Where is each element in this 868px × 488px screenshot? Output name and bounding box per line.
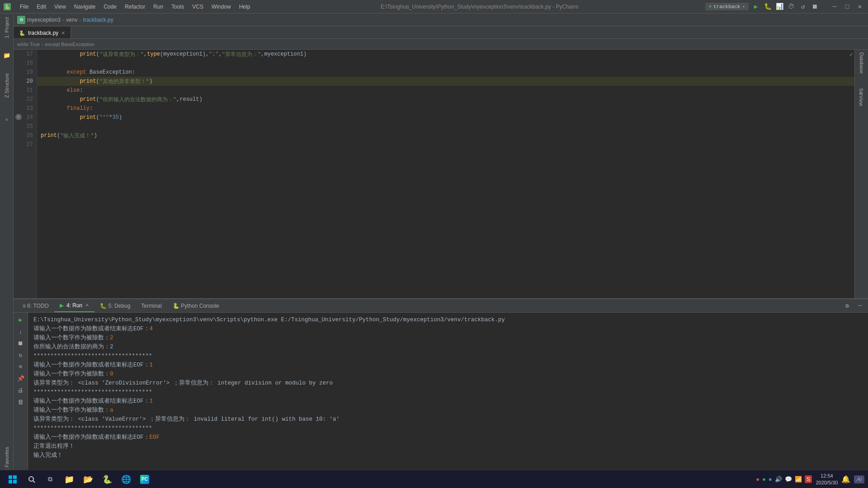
- run-val-2: 2: [110, 335, 113, 341]
- run-print-button[interactable]: 🖨: [15, 385, 26, 396]
- explorer-icon: 📁: [64, 474, 74, 484]
- profile-button[interactable]: ⏱: [787, 2, 796, 11]
- sidebar-item-project[interactable]: 1: Project: [4, 15, 9, 40]
- coverage-button[interactable]: 📊: [775, 2, 784, 11]
- menu-run[interactable]: Run: [150, 3, 167, 11]
- tab-trackback[interactable]: 🐍 trackback.py ✕: [14, 27, 71, 38]
- taskbar-notification[interactable]: 🔔: [841, 475, 850, 483]
- taskbar-files[interactable]: 📂: [80, 472, 97, 487]
- tab-debug[interactable]: 🐛 5: Debug: [94, 300, 136, 312]
- title-bar-title: E:\Tsinghua_University\Python_Study\myex…: [254, 4, 705, 10]
- tab-python-console-label: 🐍 Python Console: [173, 303, 219, 309]
- tab-python-console[interactable]: 🐍 Python Console: [167, 300, 225, 312]
- run-error-1: 该异常类型为： <class 'ZeroDivisionError'> ；异常信…: [33, 379, 863, 388]
- svg-rect-0: [9, 475, 12, 479]
- title-bar: 🐍 File Edit View Navigate Code Refactor …: [0, 0, 868, 14]
- svg-rect-3: [13, 480, 17, 483]
- systray-icon-6[interactable]: 📶: [795, 476, 802, 483]
- menu-code[interactable]: Code: [100, 3, 120, 11]
- code-line-26: print("输入完成！"): [37, 131, 854, 140]
- taskbar-clock[interactable]: 12:54 2020/5/30: [816, 473, 838, 486]
- code-content[interactable]: print("该异常类型为：",type(myexception1),";","…: [37, 50, 854, 298]
- menu-file[interactable]: File: [16, 3, 32, 11]
- tab-run-close[interactable]: ✕: [85, 302, 89, 308]
- systray-icon-3[interactable]: ●: [769, 476, 772, 483]
- windows-icon: [9, 475, 17, 483]
- run-settings-button[interactable]: ≡: [15, 361, 26, 372]
- maximize-button[interactable]: □: [843, 2, 852, 11]
- run-stop-button[interactable]: ⏹: [15, 338, 26, 349]
- left-sidebar: 1: Project 📁 Z Structure ≈ 2: Favorites …: [0, 14, 14, 488]
- bottom-tab-right: ⚙ ─: [843, 301, 864, 310]
- tab-run[interactable]: ▶ 4: Run ✕: [54, 300, 94, 312]
- code-line-27: [37, 140, 854, 149]
- run-config[interactable]: ● trackback ▾: [705, 3, 749, 10]
- editor-area[interactable]: 17 18 19 20 21 22 23 ○ 24 25 26 27: [14, 50, 854, 298]
- menu-window[interactable]: Window: [208, 3, 235, 11]
- systray-icon-7[interactable]: S: [805, 475, 812, 483]
- start-button[interactable]: [4, 472, 22, 487]
- menu-view[interactable]: View: [51, 3, 70, 11]
- code-line-22: print("你所输入的合法数据的商为：",result): [37, 95, 854, 104]
- breadcrumb-file[interactable]: trackback.py: [83, 17, 113, 23]
- menu-refactor[interactable]: Refactor: [121, 3, 149, 11]
- breadcrumb-venv[interactable]: venv: [66, 17, 77, 23]
- minimize-button[interactable]: ─: [830, 2, 839, 11]
- gutter-icon-24: ○: [15, 114, 22, 120]
- menu-vcs[interactable]: VCS: [189, 3, 207, 11]
- run-clear-button[interactable]: 🗑: [15, 397, 26, 408]
- run-line-5: 请输入一个数字作为被除数：0: [33, 370, 863, 379]
- stop-button[interactable]: ⏹: [810, 2, 819, 11]
- sidebar-database[interactable]: Database: [859, 50, 864, 76]
- run-button[interactable]: ▶: [751, 2, 760, 11]
- line-25: 25: [14, 122, 37, 131]
- run-line-8: 请输入一个数据作为除数或者结束标志EOF：EOF: [33, 433, 863, 442]
- menu-navigate[interactable]: Navigate: [71, 3, 99, 11]
- taskbar-pycharm[interactable]: PC: [137, 472, 153, 487]
- sidebar-item-structure[interactable]: Z Structure: [4, 71, 9, 99]
- taskbar-explorer[interactable]: 📁: [61, 472, 78, 487]
- run-content-area[interactable]: E:\Tsinghua_University\Python_Study\myex…: [28, 313, 868, 488]
- scroll-marks: ✓: [848, 50, 854, 298]
- systray-icon-5[interactable]: 💬: [785, 476, 792, 483]
- reload-button[interactable]: ↺: [798, 2, 807, 11]
- menu-tools[interactable]: Tools: [168, 3, 188, 11]
- tab-close-button[interactable]: ✕: [61, 30, 65, 36]
- close-button[interactable]: ✕: [855, 2, 864, 11]
- ai-button[interactable]: Ai: [854, 475, 864, 483]
- run-error-2: 该异常类型为： <class 'ValueError'> ；异常信息为： inv…: [33, 415, 863, 424]
- sidebar-icon-2[interactable]: ≈: [0, 114, 13, 127]
- minimize-panel-icon[interactable]: ─: [855, 301, 864, 310]
- systray-icon-4[interactable]: 🔊: [775, 476, 782, 483]
- debug-button[interactable]: 🐛: [763, 2, 772, 11]
- run-val-3: 1: [150, 362, 153, 368]
- tab-todo[interactable]: ≡ 6: TODO: [17, 300, 54, 312]
- systray-icon-2[interactable]: ●: [762, 476, 766, 483]
- sidebar-icon-1[interactable]: 📁: [0, 49, 13, 62]
- line-27: 27: [14, 140, 37, 149]
- taskbar-edge[interactable]: 🌐: [118, 472, 135, 487]
- task-view-button[interactable]: ⧉: [42, 472, 59, 487]
- taskbar-right: ● ● ● 🔊 💬 📶 S 12:54 2020/5/30 🔔 Ai: [756, 473, 864, 486]
- systray-icon-1[interactable]: ●: [756, 476, 760, 483]
- tab-bar: 🐍 trackback.py ✕: [14, 26, 868, 39]
- run-rerun-button[interactable]: ↻: [15, 350, 26, 361]
- editor-breadcrumb: while True › except BaseException: [14, 39, 868, 50]
- run-green-button[interactable]: ▶: [15, 314, 26, 325]
- breadcrumb-project[interactable]: myexception3: [27, 17, 61, 23]
- menu-help[interactable]: Help: [236, 3, 254, 11]
- taskbar-python[interactable]: 🐍: [99, 472, 116, 487]
- sidebar-sqview[interactable]: S⊕View: [859, 85, 864, 109]
- menu-edit[interactable]: Edit: [33, 3, 50, 11]
- search-button[interactable]: [24, 472, 40, 487]
- settings-icon[interactable]: ⚙: [843, 301, 852, 310]
- run-val-5: 1: [150, 398, 153, 404]
- run-pin-button[interactable]: 📌: [15, 373, 26, 384]
- app-icon: 🐍: [4, 3, 11, 10]
- line-18: 18: [14, 59, 37, 68]
- run-input-1: 请输入一个数据作为除数或者结束标志EOF：: [33, 326, 150, 332]
- run-down-button[interactable]: ↓: [15, 326, 26, 337]
- run-val-7: EOF: [150, 434, 160, 441]
- svg-point-4: [29, 477, 33, 481]
- tab-terminal[interactable]: Terminal: [136, 300, 167, 312]
